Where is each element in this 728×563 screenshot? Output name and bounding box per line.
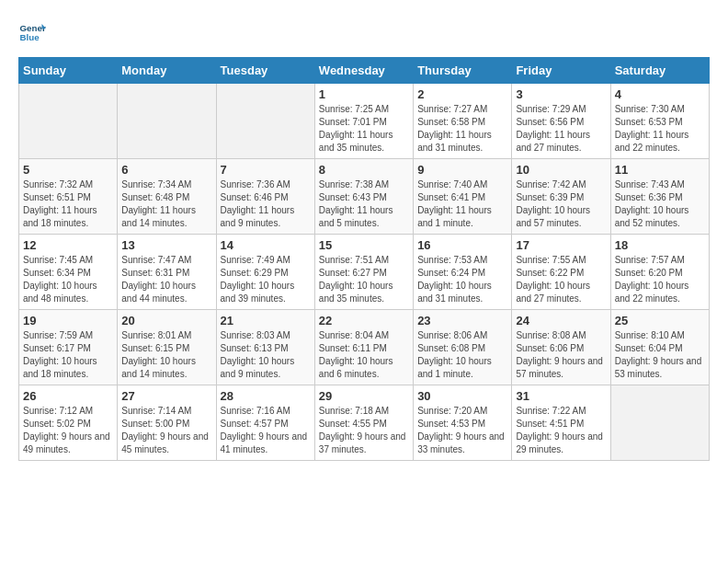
day-number: 9: [417, 163, 507, 177]
day-info: Sunrise: 7:20 AM Sunset: 4:53 PM Dayligh…: [417, 405, 507, 456]
calendar-cell: 29Sunrise: 7:18 AM Sunset: 4:55 PM Dayli…: [314, 385, 413, 461]
calendar-cell: 3Sunrise: 7:29 AM Sunset: 6:56 PM Daylig…: [512, 84, 610, 159]
day-number: 22: [319, 314, 409, 327]
day-number: 4: [615, 87, 705, 101]
calendar-cell: 28Sunrise: 7:16 AM Sunset: 4:57 PM Dayli…: [216, 385, 314, 461]
day-info: Sunrise: 7:22 AM Sunset: 4:51 PM Dayligh…: [516, 405, 606, 456]
svg-text:Blue: Blue: [20, 32, 40, 42]
day-number: 6: [121, 163, 211, 177]
calendar-cell: [19, 84, 118, 159]
calendar-cell: [118, 84, 216, 159]
day-info: Sunrise: 7:18 AM Sunset: 4:55 PM Dayligh…: [319, 405, 409, 456]
day-info: Sunrise: 7:59 AM Sunset: 6:17 PM Dayligh…: [23, 329, 113, 381]
day-number: 15: [319, 238, 409, 252]
calendar-cell: 18Sunrise: 7:57 AM Sunset: 6:20 PM Dayli…: [610, 235, 709, 310]
day-number: 1: [319, 87, 409, 101]
calendar-cell: 25Sunrise: 8:10 AM Sunset: 6:04 PM Dayli…: [610, 310, 709, 385]
day-info: Sunrise: 7:16 AM Sunset: 4:57 PM Dayligh…: [221, 405, 311, 456]
day-info: Sunrise: 7:55 AM Sunset: 6:22 PM Dayligh…: [516, 254, 606, 305]
calendar-table: SundayMondayTuesdayWednesdayThursdayFrid…: [18, 57, 710, 461]
day-info: Sunrise: 8:06 AM Sunset: 6:08 PM Dayligh…: [417, 329, 507, 381]
calendar-cell: [216, 84, 314, 159]
calendar-cell: 19Sunrise: 7:59 AM Sunset: 6:17 PM Dayli…: [19, 310, 118, 385]
calendar-cell: 17Sunrise: 7:55 AM Sunset: 6:22 PM Dayli…: [512, 235, 610, 310]
calendar-cell: 5Sunrise: 7:32 AM Sunset: 6:51 PM Daylig…: [19, 159, 118, 235]
day-info: Sunrise: 7:43 AM Sunset: 6:36 PM Dayligh…: [615, 178, 705, 230]
col-header-friday: Friday: [512, 58, 610, 84]
day-number: 29: [319, 389, 409, 403]
day-info: Sunrise: 7:53 AM Sunset: 6:24 PM Dayligh…: [417, 254, 507, 305]
calendar-cell: 30Sunrise: 7:20 AM Sunset: 4:53 PM Dayli…: [414, 385, 512, 461]
calendar-cell: 21Sunrise: 8:03 AM Sunset: 6:13 PM Dayli…: [216, 310, 314, 385]
day-info: Sunrise: 7:38 AM Sunset: 6:43 PM Dayligh…: [319, 178, 409, 230]
calendar-cell: 6Sunrise: 7:34 AM Sunset: 6:48 PM Daylig…: [118, 159, 216, 235]
calendar-cell: 20Sunrise: 8:01 AM Sunset: 6:15 PM Dayli…: [118, 310, 216, 385]
day-info: Sunrise: 8:10 AM Sunset: 6:04 PM Dayligh…: [615, 329, 705, 381]
col-header-sunday: Sunday: [19, 58, 118, 84]
day-info: Sunrise: 7:27 AM Sunset: 6:58 PM Dayligh…: [417, 103, 507, 155]
calendar-cell: 22Sunrise: 8:04 AM Sunset: 6:11 PM Dayli…: [314, 310, 413, 385]
col-header-tuesday: Tuesday: [216, 58, 314, 84]
day-info: Sunrise: 8:04 AM Sunset: 6:11 PM Dayligh…: [319, 329, 409, 381]
day-number: 11: [615, 163, 705, 177]
day-info: Sunrise: 7:25 AM Sunset: 7:01 PM Dayligh…: [319, 103, 409, 155]
calendar-cell: [610, 385, 709, 461]
col-header-saturday: Saturday: [610, 58, 709, 84]
day-number: 5: [23, 163, 113, 177]
calendar-cell: 8Sunrise: 7:38 AM Sunset: 6:43 PM Daylig…: [314, 159, 413, 235]
day-number: 24: [516, 314, 606, 327]
day-info: Sunrise: 7:36 AM Sunset: 6:46 PM Dayligh…: [221, 178, 311, 230]
day-info: Sunrise: 7:29 AM Sunset: 6:56 PM Dayligh…: [516, 103, 606, 155]
day-number: 19: [23, 314, 113, 327]
day-number: 13: [121, 238, 211, 252]
day-number: 26: [23, 389, 113, 403]
day-number: 30: [417, 389, 507, 403]
day-number: 21: [221, 314, 311, 327]
day-info: Sunrise: 7:42 AM Sunset: 6:39 PM Dayligh…: [516, 178, 606, 230]
calendar-cell: 24Sunrise: 8:08 AM Sunset: 6:06 PM Dayli…: [512, 310, 610, 385]
calendar-cell: 23Sunrise: 8:06 AM Sunset: 6:08 PM Dayli…: [414, 310, 512, 385]
day-number: 12: [23, 238, 113, 252]
calendar-cell: 7Sunrise: 7:36 AM Sunset: 6:46 PM Daylig…: [216, 159, 314, 235]
calendar-cell: 16Sunrise: 7:53 AM Sunset: 6:24 PM Dayli…: [414, 235, 512, 310]
calendar-cell: 27Sunrise: 7:14 AM Sunset: 5:00 PM Dayli…: [118, 385, 216, 461]
day-number: 16: [417, 238, 507, 252]
day-info: Sunrise: 8:01 AM Sunset: 6:15 PM Dayligh…: [121, 329, 211, 381]
day-number: 31: [516, 389, 606, 403]
day-info: Sunrise: 7:51 AM Sunset: 6:27 PM Dayligh…: [319, 254, 409, 305]
day-number: 8: [319, 163, 409, 177]
logo: General Blue: [18, 18, 50, 46]
day-number: 14: [221, 238, 311, 252]
calendar-cell: 9Sunrise: 7:40 AM Sunset: 6:41 PM Daylig…: [414, 159, 512, 235]
col-header-wednesday: Wednesday: [314, 58, 413, 84]
day-number: 17: [516, 238, 606, 252]
day-info: Sunrise: 8:08 AM Sunset: 6:06 PM Dayligh…: [516, 329, 606, 381]
day-info: Sunrise: 7:30 AM Sunset: 6:53 PM Dayligh…: [615, 103, 705, 155]
calendar-cell: 12Sunrise: 7:45 AM Sunset: 6:34 PM Dayli…: [19, 235, 118, 310]
calendar-cell: 2Sunrise: 7:27 AM Sunset: 6:58 PM Daylig…: [414, 84, 512, 159]
day-number: 25: [615, 314, 705, 327]
day-info: Sunrise: 8:03 AM Sunset: 6:13 PM Dayligh…: [221, 329, 311, 381]
day-number: 10: [516, 163, 606, 177]
day-number: 27: [121, 389, 211, 403]
day-info: Sunrise: 7:47 AM Sunset: 6:31 PM Dayligh…: [121, 254, 211, 305]
day-info: Sunrise: 7:34 AM Sunset: 6:48 PM Dayligh…: [121, 178, 211, 230]
day-number: 20: [121, 314, 211, 327]
day-number: 28: [221, 389, 311, 403]
day-info: Sunrise: 7:14 AM Sunset: 5:00 PM Dayligh…: [121, 405, 211, 456]
calendar-cell: 26Sunrise: 7:12 AM Sunset: 5:02 PM Dayli…: [19, 385, 118, 461]
day-number: 23: [417, 314, 507, 327]
day-info: Sunrise: 7:57 AM Sunset: 6:20 PM Dayligh…: [615, 254, 705, 305]
col-header-thursday: Thursday: [414, 58, 512, 84]
calendar-cell: 14Sunrise: 7:49 AM Sunset: 6:29 PM Dayli…: [216, 235, 314, 310]
calendar-cell: 13Sunrise: 7:47 AM Sunset: 6:31 PM Dayli…: [118, 235, 216, 310]
day-info: Sunrise: 7:32 AM Sunset: 6:51 PM Dayligh…: [23, 178, 113, 230]
calendar-cell: 1Sunrise: 7:25 AM Sunset: 7:01 PM Daylig…: [314, 84, 413, 159]
day-info: Sunrise: 7:49 AM Sunset: 6:29 PM Dayligh…: [221, 254, 311, 305]
calendar-cell: 4Sunrise: 7:30 AM Sunset: 6:53 PM Daylig…: [610, 84, 709, 159]
day-number: 18: [615, 238, 705, 252]
day-number: 2: [417, 87, 507, 101]
calendar-cell: 11Sunrise: 7:43 AM Sunset: 6:36 PM Dayli…: [610, 159, 709, 235]
day-number: 7: [221, 163, 311, 177]
day-number: 3: [516, 87, 606, 101]
